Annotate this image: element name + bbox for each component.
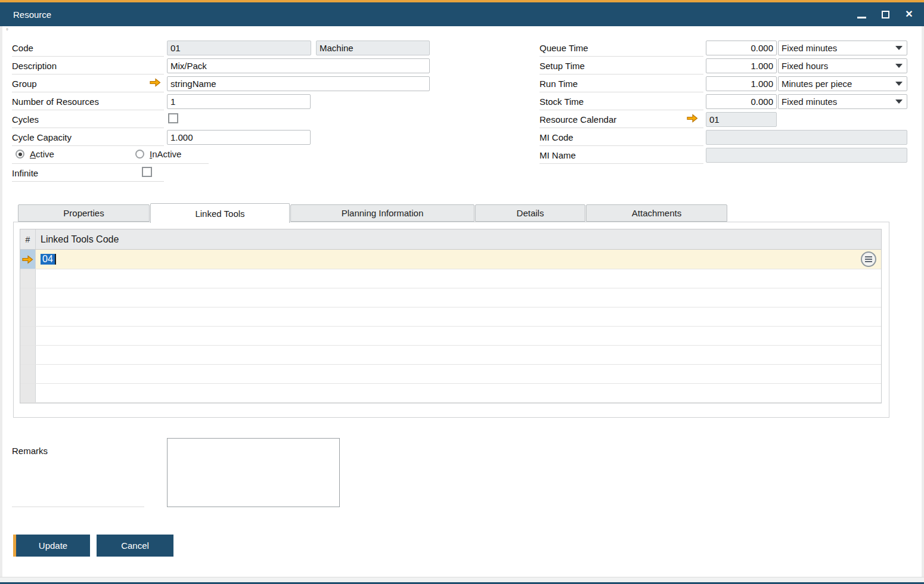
description-label: Description xyxy=(12,57,164,74)
linked-tools-code-cell[interactable] xyxy=(36,346,881,364)
table-row[interactable] xyxy=(20,307,881,327)
tab-planning-information[interactable]: Planning Information xyxy=(290,204,475,222)
cycle-capacity-field[interactable]: 1.000 xyxy=(167,130,311,145)
row-selector-cell[interactable] xyxy=(20,307,36,326)
queue-time-field[interactable]: 0.000 xyxy=(706,41,777,55)
corner-glyph: ° xyxy=(6,27,8,34)
row-selector-cell[interactable] xyxy=(20,288,36,307)
linked-tools-table: # Linked Tools Code 04 xyxy=(20,229,882,403)
code-field[interactable]: 01 xyxy=(167,41,311,55)
code-label: Code xyxy=(12,39,164,57)
dropdown-arrow-icon xyxy=(895,100,903,104)
mi-code-field[interactable] xyxy=(706,130,907,145)
linked-tools-code-cell[interactable] xyxy=(36,384,881,402)
inactive-radio-label: InActive xyxy=(150,149,181,159)
table-row[interactable]: 04 xyxy=(20,250,881,269)
table-header-row: # Linked Tools Code xyxy=(20,229,881,250)
group-field[interactable]: stringName xyxy=(167,76,430,91)
linked-tools-code-cell[interactable] xyxy=(36,327,881,345)
linked-tools-code-header: Linked Tools Code xyxy=(36,229,881,249)
table-row[interactable] xyxy=(20,365,881,384)
setup-time-label: Setup Time xyxy=(539,57,703,74)
run-time-unit-select[interactable]: Minutes per piece xyxy=(778,76,907,91)
group-link-arrow-icon[interactable] xyxy=(150,78,161,87)
cycle-capacity-label: Cycle Capacity xyxy=(12,129,164,146)
tab-linked-tools[interactable]: Linked Tools xyxy=(150,203,290,223)
active-radio[interactable]: Active xyxy=(15,149,54,159)
table-row[interactable] xyxy=(20,346,881,365)
close-icon[interactable]: ✕ xyxy=(904,9,914,20)
row-link-arrow-icon[interactable] xyxy=(22,255,33,264)
remarks-underline xyxy=(12,507,144,507)
linked-tools-code-cell[interactable] xyxy=(36,288,881,307)
resource-calendar-field[interactable]: 01 xyxy=(706,112,777,127)
resource-calendar-link-arrow-icon[interactable] xyxy=(687,114,698,123)
group-label: Group xyxy=(12,75,164,92)
number-of-resources-label: Number of Resources xyxy=(12,93,164,110)
linked-tools-code-cell[interactable] xyxy=(36,307,881,326)
queue-time-unit-select[interactable]: Fixed minutes xyxy=(778,41,907,55)
mi-name-label: MI Name xyxy=(539,147,703,164)
tab-attachments[interactable]: Attachments xyxy=(586,204,727,222)
tab-details[interactable]: Details xyxy=(475,204,585,222)
footer-strip xyxy=(0,577,924,582)
description-field[interactable]: Mix/Pack xyxy=(167,58,430,73)
active-radio-label: Active xyxy=(30,149,54,159)
table-row[interactable] xyxy=(20,327,881,346)
resource-calendar-label: Resource Calendar xyxy=(539,111,703,128)
active-radio-circle xyxy=(15,150,24,159)
infinite-checkbox[interactable] xyxy=(142,167,152,177)
maximize-icon[interactable] xyxy=(880,9,891,20)
inactive-radio-circle xyxy=(135,150,144,159)
update-button[interactable]: Update xyxy=(13,535,90,557)
inactive-radio[interactable]: InActive xyxy=(135,149,181,159)
queue-time-label: Queue Time xyxy=(539,39,703,57)
run-time-field[interactable]: 1.000 xyxy=(706,76,777,91)
table-row[interactable] xyxy=(20,384,881,403)
choose-from-list-icon[interactable] xyxy=(861,251,876,267)
remarks-label: Remarks xyxy=(12,442,144,459)
minimize-icon[interactable] xyxy=(856,9,867,20)
dropdown-arrow-icon xyxy=(895,82,903,86)
row-selector-cell[interactable] xyxy=(20,250,36,269)
table-row[interactable] xyxy=(20,269,881,288)
linked-tools-code-cell[interactable]: 04 xyxy=(36,250,881,269)
run-time-label: Run Time xyxy=(539,75,703,92)
cell-selected-text[interactable]: 04 xyxy=(41,254,56,265)
cycles-label: Cycles xyxy=(12,111,164,128)
stock-time-unit-select[interactable]: Fixed minutes xyxy=(778,94,907,109)
dropdown-arrow-icon xyxy=(895,64,903,68)
titlebar: Resource ✕ xyxy=(0,2,924,26)
setup-time-field[interactable]: 1.000 xyxy=(706,58,777,73)
mi-name-field[interactable] xyxy=(706,148,907,163)
cancel-button[interactable]: Cancel xyxy=(97,535,173,557)
window-title: Resource xyxy=(13,10,51,20)
row-selector-cell[interactable] xyxy=(20,365,36,383)
number-of-resources-field[interactable]: 1 xyxy=(167,94,311,109)
remarks-textarea[interactable] xyxy=(167,438,340,507)
linked-tools-code-cell[interactable] xyxy=(36,269,881,288)
stock-time-label: Stock Time xyxy=(539,93,703,110)
row-selector-cell[interactable] xyxy=(20,327,36,345)
table-empty-rows xyxy=(20,269,881,403)
setup-time-unit-select[interactable]: Fixed hours xyxy=(778,58,907,73)
infinite-label: Infinite xyxy=(12,164,164,182)
linked-tools-code-cell[interactable] xyxy=(36,365,881,383)
tab-properties[interactable]: Properties xyxy=(18,204,150,222)
row-selector-cell[interactable] xyxy=(20,346,36,364)
cycles-checkbox[interactable] xyxy=(168,113,178,123)
row-selector-cell[interactable] xyxy=(20,384,36,402)
row-number-header: # xyxy=(20,229,36,249)
dropdown-arrow-icon xyxy=(895,46,903,50)
mi-code-label: MI Code xyxy=(539,129,703,146)
stock-time-field[interactable]: 0.000 xyxy=(706,94,777,109)
table-row[interactable] xyxy=(20,288,881,307)
linked-tools-panel: # Linked Tools Code 04 xyxy=(13,222,889,418)
resource-type-field[interactable]: Machine xyxy=(316,41,430,55)
row-selector-cell[interactable] xyxy=(20,269,36,288)
